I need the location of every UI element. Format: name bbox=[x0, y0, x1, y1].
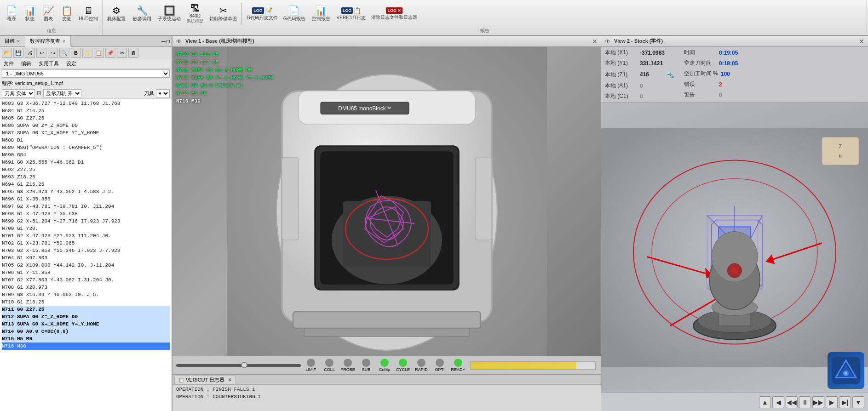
tool-type-dropdown[interactable]: 刀具 实体 bbox=[2, 89, 35, 97]
hud-btn-label: HUD控制 bbox=[79, 16, 98, 22]
bold-btn[interactable]: B bbox=[71, 48, 81, 58]
playback-slider[interactable] bbox=[176, 364, 301, 367]
stat-warning-row: 警告 0 bbox=[684, 91, 744, 99]
code-line-687: N687 SUPA G0 X=_X_HOME Y=_Y_HOME bbox=[2, 129, 170, 137]
rapid-indicator[interactable]: RAPID bbox=[413, 359, 430, 372]
code-line-697: N697 G2 X-43.781 Y-39.781 I0. J11.204 bbox=[2, 203, 170, 210]
status-icon: 📊 bbox=[24, 6, 36, 15]
view-rotate-right-btn[interactable]: ▲ bbox=[759, 396, 771, 408]
view-next-btn[interactable]: ▶▶ bbox=[812, 396, 824, 408]
cutting-map-btn[interactable]: ✂ 切削补偿单图 bbox=[207, 5, 239, 23]
info-group-label: 信息 bbox=[3, 27, 100, 34]
status-btn[interactable]: 📊 状态 bbox=[21, 5, 39, 23]
stat-error-row: 错误 2 bbox=[684, 80, 744, 88]
framework-icon: 🏗 bbox=[190, 4, 200, 13]
ready-indicator[interactable]: READY bbox=[450, 359, 466, 372]
file-menu[interactable]: 文件 bbox=[2, 60, 16, 68]
ctrl-report-btn[interactable]: 📊 控制报告 bbox=[309, 5, 333, 23]
vericut-log-tab[interactable]: 📋 VERICUT 日志器 ✕ bbox=[174, 376, 236, 384]
view-left-btn[interactable]: ◀ bbox=[772, 396, 784, 408]
settings-menu[interactable]: 设定 bbox=[64, 60, 78, 68]
copy-btn[interactable]: 📋 bbox=[94, 48, 104, 58]
undo-btn[interactable]: ↩ bbox=[36, 48, 46, 58]
machine-dropdown[interactable]: 1 - DMG DMU65 bbox=[2, 69, 170, 78]
print-btn[interactable]: 🖨 bbox=[25, 48, 35, 58]
stat-aircut-time-row: 空走刀时间 0:19:05 bbox=[684, 59, 744, 67]
paste-btn[interactable]: 📌 bbox=[105, 48, 115, 58]
code-line-707: N707 G2 X77.803 Y-43.062 I-31.204 J0. bbox=[2, 276, 170, 284]
program-value: vericitm_setup_1.mpf bbox=[15, 80, 63, 86]
view-pause-btn[interactable]: ⏸ bbox=[799, 396, 811, 408]
tool-select-dropdown[interactable]: ▾ bbox=[156, 89, 170, 97]
log-tab-close[interactable]: ✕ bbox=[228, 377, 232, 382]
vericut-log-btn[interactable]: LOG 📋 VERICUT日志 bbox=[335, 6, 368, 23]
save-btn[interactable]: 💾 bbox=[13, 48, 23, 58]
coll-indicator[interactable]: COLL bbox=[321, 359, 338, 372]
stat-group-right: 时间 0:19:05 空走刀时间 0:19:05 空加工时间 % 100 错误 … bbox=[684, 49, 744, 100]
code-editor[interactable]: N683 G3 X-36.727 Y-32.049 I1.768 J1.768 … bbox=[0, 99, 172, 411]
probe-label: PROBE bbox=[340, 367, 355, 372]
left-panel-restore[interactable]: □ bbox=[167, 38, 170, 45]
cut-btn[interactable]: ✂ bbox=[117, 48, 127, 58]
clear-log-btn[interactable]: LOG ✕ 清除日志文件和日志器 bbox=[369, 6, 419, 22]
machine-selector: 1 - DMG DMU65 bbox=[0, 68, 172, 79]
search-btn[interactable]: 🔍 bbox=[59, 48, 69, 58]
limit-indicator[interactable]: LIMIT bbox=[303, 359, 319, 372]
center-view-close[interactable]: ✕ bbox=[592, 38, 598, 45]
slider-thumb[interactable] bbox=[241, 362, 247, 368]
comp-indicator[interactable]: CoMp bbox=[376, 359, 393, 372]
stat-a1-row: 本地 (A1) 0 bbox=[605, 82, 675, 90]
program-btn[interactable]: 📄 程序 bbox=[3, 5, 20, 23]
right-view-close[interactable]: ✕ bbox=[859, 38, 864, 45]
view-prev-btn[interactable]: ◀◀ bbox=[786, 396, 798, 408]
view-down-btn[interactable]: ▼ bbox=[852, 396, 864, 408]
stat-aircut-time-value: 0:19:05 bbox=[719, 60, 742, 67]
center-3d-viewport[interactable]: N710 G1 Z18.25 N711 G0 Z27.25 N712 SUPA … bbox=[172, 47, 601, 356]
left-panel-minimize[interactable]: ─ bbox=[161, 38, 166, 45]
diagram-btn[interactable]: 📈 图表 bbox=[40, 5, 57, 23]
log-line-2: OPERATION : COUNTERSIUKING 1 bbox=[176, 393, 598, 400]
gcode-log-btn[interactable]: LOG 📝 G代码日志文件 bbox=[245, 6, 280, 23]
left-panel-tabs: 目树 ✕ 数控程序复查 ✕ ─ □ bbox=[0, 36, 172, 47]
opti-dot bbox=[436, 359, 444, 367]
highlight-btn[interactable]: ✨ bbox=[82, 48, 92, 58]
framework-btn[interactable]: 🏗 840D 系统框架 bbox=[184, 2, 206, 26]
tool-path-dropdown[interactable]: 显示刀轨:开 bbox=[43, 89, 81, 97]
cycle-dot bbox=[399, 359, 407, 367]
right-3d-viewport[interactable]: 刀 前 bbox=[601, 103, 868, 393]
probe-indicator[interactable]: PROBE bbox=[339, 359, 356, 372]
svg-point-49 bbox=[845, 372, 847, 375]
stat-z1-row: 本地 (Z1) 416 🔩 bbox=[605, 70, 675, 79]
cutting-map-label: 切削补偿单图 bbox=[209, 16, 237, 22]
tools-menu[interactable]: 实用工具 bbox=[37, 60, 61, 68]
subsys-btn[interactable]: 🔲 子系统运动 bbox=[156, 5, 183, 23]
view-end-btn[interactable]: ▶| bbox=[839, 396, 851, 408]
opti-indicator[interactable]: OPTI bbox=[431, 359, 448, 372]
gcode-report-btn[interactable]: 📄 G代码报告 bbox=[282, 5, 307, 23]
right-nav-bar: ▲ ◀ ◀◀ ⏸ ▶▶ ▶ ▶| ▼ bbox=[601, 393, 868, 411]
program-info: 程序: vericitm_setup_1.mpf bbox=[0, 79, 172, 88]
sub-indicator[interactable]: SUB bbox=[358, 359, 374, 372]
code-line-685: N685 G0 Z27.25 bbox=[2, 114, 170, 122]
nc-review-tab-close[interactable]: ✕ bbox=[62, 39, 66, 44]
delete-btn[interactable]: 🗑 bbox=[128, 48, 138, 58]
open-file-btn[interactable]: 📂 bbox=[2, 48, 12, 58]
tree-tab[interactable]: 目树 ✕ bbox=[0, 36, 25, 46]
cycle-indicator[interactable]: CYCLE bbox=[395, 359, 411, 372]
code-line-704: N704 G1 X97.803 bbox=[2, 254, 170, 262]
view-right-btn[interactable]: ▶ bbox=[826, 396, 838, 408]
machine-setup-btn[interactable]: ⚙ 机床配置 bbox=[104, 5, 128, 23]
tool-display-checkbox[interactable]: ☑ bbox=[37, 91, 41, 97]
clamp-btn[interactable]: 🔧 嵌套调用 bbox=[130, 5, 154, 23]
edit-menu[interactable]: 编辑 bbox=[19, 60, 33, 68]
code-line-710: N710 G1 Z18.25 bbox=[2, 298, 170, 306]
stat-c1-value: 0 bbox=[640, 93, 663, 100]
variable-btn[interactable]: 📋 变量 bbox=[58, 5, 75, 23]
gcode-report-icon: 📄 bbox=[288, 6, 300, 15]
redo-btn[interactable]: ↪ bbox=[48, 48, 58, 58]
nc-review-tab[interactable]: 数控程序复查 ✕ bbox=[25, 36, 71, 47]
svg-text:前: 前 bbox=[839, 154, 843, 159]
right-view-header: 👁 View 2 - Stock (零件) ✕ bbox=[601, 36, 868, 47]
hud-btn[interactable]: 🖥 HUD控制 bbox=[76, 5, 100, 23]
tree-tab-close[interactable]: ✕ bbox=[17, 39, 20, 44]
